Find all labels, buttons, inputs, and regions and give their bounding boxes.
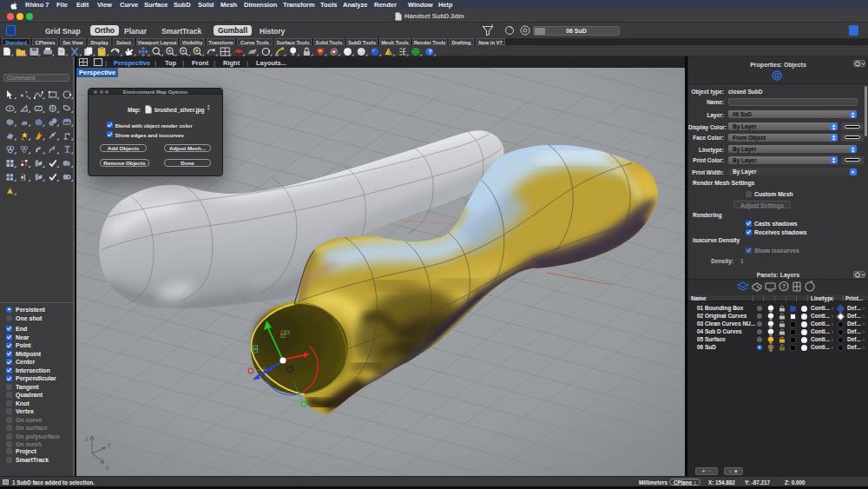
svg-text:z: z <box>85 436 89 442</box>
svg-text:?: ? <box>428 48 432 56</box>
svg-text:y: y <box>108 441 111 448</box>
svg-text:?: ? <box>782 283 786 289</box>
svg-text:x: x <box>106 465 109 471</box>
